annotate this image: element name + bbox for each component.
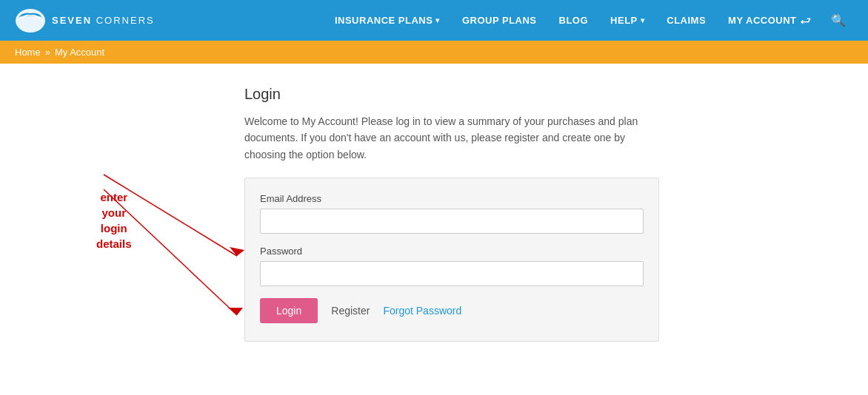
svg-line-1	[104, 175, 237, 256]
email-input[interactable]	[260, 209, 644, 234]
email-group: Email Address	[260, 193, 644, 234]
password-input[interactable]	[260, 261, 644, 286]
chevron-down-icon: ▾	[641, 16, 645, 24]
form-actions: Login Register Forgot Password	[260, 298, 644, 323]
login-form-box: Email Address Password Login Register Fo…	[244, 178, 659, 342]
password-label: Password	[260, 246, 644, 257]
svg-marker-2	[230, 247, 244, 256]
nav-help[interactable]: HELP ▾	[601, 0, 653, 41]
register-link[interactable]: Register	[331, 305, 370, 317]
breadcrumb-separator: »	[45, 47, 50, 58]
login-section: Login Welcome to My Account! Please log …	[244, 86, 659, 342]
logo[interactable]: SEVEN CORNERS	[15, 7, 155, 34]
nav-claims[interactable]: CLAIMS	[658, 0, 715, 41]
login-title: Login	[244, 86, 659, 103]
chevron-down-icon: ▾	[435, 16, 440, 24]
email-label: Email Address	[260, 193, 644, 204]
svg-point-0	[16, 9, 45, 33]
account-icon: ⮐	[800, 15, 811, 27]
breadcrumb: Home » My Account	[0, 41, 868, 64]
nav-insurance-plans[interactable]: INSURANCE PLANS ▾	[326, 0, 449, 41]
annotation-arrows	[30, 167, 281, 364]
breadcrumb-current: My Account	[55, 47, 104, 58]
site-header: SEVEN CORNERS INSURANCE PLANS ▾ GROUP PL…	[0, 0, 868, 41]
nav-my-account[interactable]: MY ACCOUNT ⮐	[719, 0, 819, 41]
forgot-password-link[interactable]: Forgot Password	[383, 305, 461, 317]
main-nav: INSURANCE PLANS ▾ GROUP PLANS BLOG HELP …	[326, 0, 853, 41]
search-icon[interactable]: 🔍	[824, 0, 853, 41]
password-group: Password	[260, 246, 644, 286]
nav-group-plans[interactable]: GROUP PLANS	[453, 0, 546, 41]
logo-icon	[15, 7, 46, 34]
login-description: Welcome to My Account! Please log in to …	[244, 113, 659, 163]
nav-blog[interactable]: BLOG	[550, 0, 598, 41]
breadcrumb-home[interactable]: Home	[15, 47, 41, 58]
svg-line-3	[104, 189, 237, 315]
main-content: enter your logindetails Login Welcome to…	[0, 64, 868, 364]
logo-text: SEVEN CORNERS	[52, 15, 155, 26]
